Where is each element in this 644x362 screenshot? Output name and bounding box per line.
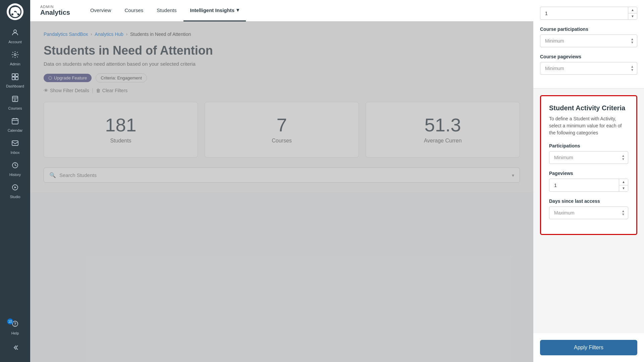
breadcrumb-sep-1: › xyxy=(91,32,92,37)
svg-line-7 xyxy=(15,10,18,12)
pageviews-top-up[interactable]: ▲ xyxy=(628,7,637,13)
pageviews-top-spinner: 1 ▲ ▼ xyxy=(540,7,637,20)
top-filters: 1 ▲ ▼ Course participations Minimum ▲ xyxy=(533,0,644,88)
admin-icon xyxy=(11,51,19,61)
criteria-badge[interactable]: Criteria: Engagement xyxy=(96,73,147,82)
stat-label-students: Students xyxy=(110,138,131,144)
search-input[interactable] xyxy=(59,172,508,178)
sidebar-item-label: Studio xyxy=(10,195,20,199)
top-navigation: ADMIN Analytics Overview Courses Student… xyxy=(30,0,533,21)
sidebar-item-label: Account xyxy=(8,40,22,44)
svg-point-1 xyxy=(14,11,17,13)
upgrade-icon: ⬡ xyxy=(48,75,52,80)
pageviews-down-button[interactable]: ▼ xyxy=(619,185,628,191)
nav-students[interactable]: Students xyxy=(150,0,183,21)
breadcrumb-analytics-hub[interactable]: Analytics Hub xyxy=(95,32,123,37)
sidebar-item-label: Admin xyxy=(10,62,20,66)
nav-intelligent-insights[interactable]: Intelligent Insights ▾ xyxy=(183,0,246,21)
breadcrumb-pandalytics[interactable]: Pandalytics SandBox xyxy=(44,32,88,37)
pageviews-filter: Pageviews 1 ▲ ▼ xyxy=(549,171,628,192)
sidebar-item-calendar[interactable]: Calendar xyxy=(0,114,30,136)
participations-select[interactable]: Minimum xyxy=(549,151,628,164)
pageviews-value: 1 xyxy=(549,179,619,191)
sidebar-item-studio[interactable]: Studio xyxy=(0,180,30,202)
clear-filters-link[interactable]: 🗑 Clear Filters xyxy=(96,88,127,93)
page-subtitle: Data on students who need attention base… xyxy=(44,61,520,67)
svg-point-4 xyxy=(11,13,13,15)
stat-card-average: 51.3 Average Curren xyxy=(366,102,520,158)
page-wrapper: Pandalytics SandBox › Analytics Hub › St… xyxy=(30,21,533,362)
svg-line-6 xyxy=(12,10,15,12)
pageviews-top-value: 1 xyxy=(540,7,628,19)
stat-card-students: 181 Students xyxy=(44,102,198,158)
pageviews-top-down[interactable]: ▼ xyxy=(628,13,637,19)
sidebar-item-inbox[interactable]: Inbox xyxy=(0,136,30,158)
filter-separator: | xyxy=(92,87,93,94)
account-icon xyxy=(11,28,19,39)
criteria-label: Criteria: Engagement xyxy=(101,75,142,80)
breadcrumb-current: Students in Need of Attention xyxy=(130,32,191,37)
stats-row: 181 Students 7 Courses 51.3 Average Curr… xyxy=(44,102,520,158)
nav-overview[interactable]: Overview xyxy=(84,0,118,21)
svg-rect-24 xyxy=(12,141,18,145)
app-logo xyxy=(7,3,23,20)
sidebar-bottom: 10 ? Help xyxy=(11,316,19,359)
dashboard-icon xyxy=(11,73,19,83)
course-pageviews-select[interactable]: Minimum xyxy=(540,62,637,75)
sidebar-collapse-button[interactable] xyxy=(11,339,19,359)
nav-courses[interactable]: Courses xyxy=(118,0,150,21)
activity-criteria-title: Student Activity Criteria xyxy=(549,104,628,112)
sidebar-item-help[interactable]: 10 ? Help xyxy=(11,316,19,339)
sidebar-item-label: History xyxy=(9,173,21,177)
pageviews-label: Pageviews xyxy=(549,171,628,176)
search-bar[interactable]: 🔍 ▾ xyxy=(44,168,520,183)
show-filter-label: Show Filter Details xyxy=(50,88,89,93)
search-chevron-icon: ▾ xyxy=(512,173,514,178)
help-badge: 10 xyxy=(7,318,13,324)
sidebar-item-account[interactable]: Account xyxy=(0,25,30,47)
sidebar-item-dashboard[interactable]: Dashboard xyxy=(0,69,30,92)
upgrade-feature-badge[interactable]: ⬡ Upgrade Feature xyxy=(44,74,92,82)
filter-row: ⬡ Upgrade Feature Criteria: Engagement xyxy=(44,73,520,82)
pageviews-arrows: ▲ ▼ xyxy=(619,179,628,191)
page-title: Students in Need of Attention xyxy=(44,44,520,58)
history-icon xyxy=(11,161,19,171)
course-pageviews-select-wrapper: Minimum ▲ ▼ xyxy=(540,62,637,75)
pageviews-up-button[interactable]: ▲ xyxy=(619,179,628,185)
sidebar-item-admin[interactable]: Admin xyxy=(0,47,30,69)
participations-label: Participations xyxy=(549,143,628,148)
pageviews-top-filter: 1 ▲ ▼ xyxy=(540,7,637,20)
sidebar-item-label: Courses xyxy=(8,106,22,110)
course-participations-select[interactable]: Minimum xyxy=(540,35,637,47)
upgrade-label: Upgrade Feature xyxy=(54,75,87,80)
svg-rect-14 xyxy=(12,77,15,80)
show-filter-details-link[interactable]: 👁 Show Filter Details xyxy=(44,88,89,93)
sidebar-item-courses[interactable]: Courses xyxy=(0,92,30,114)
days-since-label: Days since last access xyxy=(549,198,628,204)
svg-point-0 xyxy=(10,7,21,17)
search-icon: 🔍 xyxy=(49,172,56,178)
dropdown-chevron-icon: ▾ xyxy=(236,7,239,13)
admin-label: ADMIN xyxy=(40,5,70,9)
svg-point-2 xyxy=(11,9,13,11)
eye-icon: 👁 xyxy=(44,88,48,93)
clear-filters-label: Clear Filters xyxy=(102,88,127,93)
apply-filters-button[interactable]: Apply Filters xyxy=(540,340,637,355)
svg-point-3 xyxy=(17,9,19,11)
days-since-filter: Days since last access Maximum ▲ ▼ xyxy=(549,198,628,219)
svg-point-10 xyxy=(14,30,16,33)
main-area: ADMIN Analytics Overview Courses Student… xyxy=(30,0,533,362)
activity-criteria-description: To define a Student with Activity, selec… xyxy=(549,115,628,136)
days-since-select-wrapper: Maximum ▲ ▼ xyxy=(549,206,628,219)
days-since-select[interactable]: Maximum xyxy=(549,206,628,219)
svg-rect-20 xyxy=(12,119,18,124)
sidebar-item-label: Inbox xyxy=(11,150,20,155)
course-participations-select-wrapper: Minimum ▲ ▼ xyxy=(540,35,637,47)
trash-icon: 🗑 xyxy=(96,88,101,93)
nav-link-text: Intelligent Insights xyxy=(190,7,235,13)
svg-line-8 xyxy=(12,12,15,14)
svg-point-11 xyxy=(14,54,16,56)
sidebar-item-history[interactable]: History xyxy=(0,158,30,180)
filter-actions: 👁 Show Filter Details | 🗑 Clear Filters xyxy=(44,87,520,94)
apply-filters-container: Apply Filters xyxy=(533,333,644,362)
